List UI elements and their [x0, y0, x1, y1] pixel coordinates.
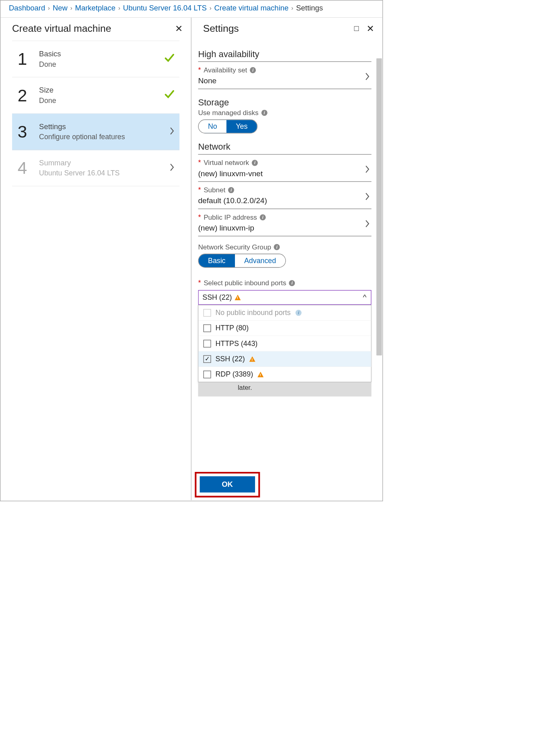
managed-disks-yes[interactable]: Yes [226, 120, 257, 133]
breadcrumb-current: Settings [296, 4, 323, 12]
label-text: Virtual network [204, 159, 249, 167]
checkbox[interactable] [203, 371, 211, 378]
wizard-steps: 1BasicsDone2SizeDone3SettingsConfigure o… [0, 41, 191, 186]
chevron-right-icon: › [48, 4, 50, 12]
info-icon[interactable]: i [260, 214, 266, 220]
settings-blade: Settings □ ✕ High availability * Availab… [191, 18, 383, 500]
managed-disks-no[interactable]: No [199, 120, 226, 133]
chevron-right-icon: › [118, 4, 120, 12]
option-label: No public inbound ports [215, 309, 290, 317]
step-title: Summary [39, 159, 119, 167]
checkbox [203, 309, 211, 317]
step-number: 2 [18, 86, 39, 105]
breadcrumb-link[interactable]: Dashboard [9, 4, 45, 12]
ok-button[interactable]: OK [200, 476, 255, 492]
chevron-right-icon: › [70, 4, 72, 12]
public-ip-picker[interactable]: * Public IP address i (new) linuxvm-ip [198, 213, 371, 236]
info-icon[interactable]: i [289, 280, 295, 286]
blade-header: Create virtual machine ✕ [0, 18, 191, 41]
dropdown-selected-text: SSH (22) [202, 293, 232, 302]
info-icon: i [296, 310, 302, 316]
blade-header: Settings □ ✕ [191, 18, 383, 41]
close-icon[interactable]: ✕ [175, 24, 183, 33]
wizard-step-size[interactable]: 2SizeDone [12, 77, 179, 113]
nsg-field: Network Security Group i Basic Advanced [198, 243, 371, 271]
step-subtitle: Ubuntu Server 16.04 LTS [39, 169, 119, 177]
label-text: Network Security Group [198, 243, 271, 251]
port-option[interactable]: ✓SSH (22) [198, 351, 371, 366]
chevron-right-icon [169, 126, 174, 138]
port-option[interactable]: HTTP (80) [198, 321, 371, 336]
step-number: 3 [18, 122, 39, 142]
check-icon [164, 89, 175, 102]
breadcrumb-link[interactable]: New [53, 4, 68, 12]
field-label: * Select public inbound ports i [198, 279, 371, 287]
chevron-right-icon [365, 191, 370, 203]
section-high-availability: High availability [198, 49, 371, 62]
step-title: Settings [39, 122, 125, 131]
inbound-ports-dropdown[interactable]: SSH (22) ^ [198, 290, 371, 305]
warning-icon [235, 294, 241, 300]
breadcrumb-link[interactable]: Create virtual machine [214, 4, 289, 12]
field-label: * Availability set i [198, 66, 371, 74]
section-network: Network [198, 142, 371, 154]
breadcrumb-link[interactable]: Ubuntu Server 16.04 LTS [123, 4, 207, 12]
nsg-basic[interactable]: Basic [199, 254, 235, 267]
required-marker: * [198, 159, 201, 167]
field-value: None [198, 76, 371, 85]
virtual-network-picker[interactable]: * Virtual network i (new) linuxvm-vnet [198, 159, 371, 182]
option-label: SSH (22) [215, 355, 245, 363]
required-marker: * [198, 213, 201, 221]
field-value: (new) linuxvm-vnet [198, 169, 371, 178]
columns: Create virtual machine ✕ 1BasicsDone2Siz… [0, 18, 382, 500]
breadcrumb-link[interactable]: Marketplace [75, 4, 116, 12]
checkbox[interactable] [203, 340, 211, 347]
checkbox[interactable]: ✓ [203, 355, 211, 363]
managed-disks-label: Use managed disks i [198, 109, 371, 117]
required-marker: * [198, 279, 201, 287]
settings-content: High availability * Availability set i N… [191, 49, 383, 400]
label-text: Availability set [204, 66, 247, 74]
close-icon[interactable]: ✕ [366, 24, 374, 33]
field-value: (new) linuxvm-ip [198, 224, 371, 233]
wizard-step-settings[interactable]: 3SettingsConfigure optional features [12, 113, 179, 150]
info-icon[interactable]: i [274, 244, 280, 250]
option-label: HTTPS (443) [215, 339, 257, 348]
footer-bar: OK [191, 472, 376, 498]
required-marker: * [198, 66, 201, 74]
warning-icon [249, 356, 255, 362]
info-icon[interactable]: i [252, 160, 258, 166]
label-text: Select public inbound ports [204, 279, 286, 287]
blade-title: Create virtual machine [12, 23, 111, 34]
nsg-advanced[interactable]: Advanced [235, 254, 286, 267]
create-vm-blade: Create virtual machine ✕ 1BasicsDone2Siz… [0, 18, 191, 500]
field-label: Network Security Group i [198, 243, 371, 251]
wizard-step-basics[interactable]: 1BasicsDone [12, 41, 179, 77]
section-storage: Storage [198, 97, 371, 107]
managed-disks-toggle: No Yes [198, 119, 257, 134]
scrollbar[interactable] [377, 58, 382, 356]
port-option[interactable]: RDP (3389) [198, 367, 371, 382]
label-text: Public IP address [204, 213, 257, 221]
info-icon[interactable]: i [228, 187, 234, 193]
checkbox[interactable] [203, 324, 211, 332]
subnet-picker[interactable]: * Subnet i default (10.0.2.0/24) [198, 186, 371, 209]
field-label: * Public IP address i [198, 213, 371, 221]
breadcrumb: Dashboard› New› Marketplace› Ubuntu Serv… [0, 0, 382, 17]
info-icon[interactable]: i [250, 67, 256, 73]
info-icon[interactable]: i [261, 110, 267, 116]
check-icon [164, 52, 175, 66]
azure-portal-window: Dashboard› New› Marketplace› Ubuntu Serv… [0, 0, 383, 501]
inbound-ports-hint: later. [198, 382, 371, 397]
chevron-right-icon [365, 164, 370, 176]
field-label: * Subnet i [198, 186, 371, 194]
chevron-right-icon [365, 72, 370, 83]
step-subtitle: Done [39, 96, 56, 105]
port-option[interactable]: HTTPS (443) [198, 336, 371, 351]
wizard-step-summary: 4SummaryUbuntu Server 16.04 LTS [12, 150, 179, 186]
availability-set-picker[interactable]: * Availability set i None [198, 66, 371, 89]
chevron-right-icon [169, 162, 174, 174]
label-text: Use managed disks [198, 109, 258, 117]
maximize-icon[interactable]: □ [354, 25, 359, 32]
nsg-toggle: Basic Advanced [198, 254, 286, 268]
